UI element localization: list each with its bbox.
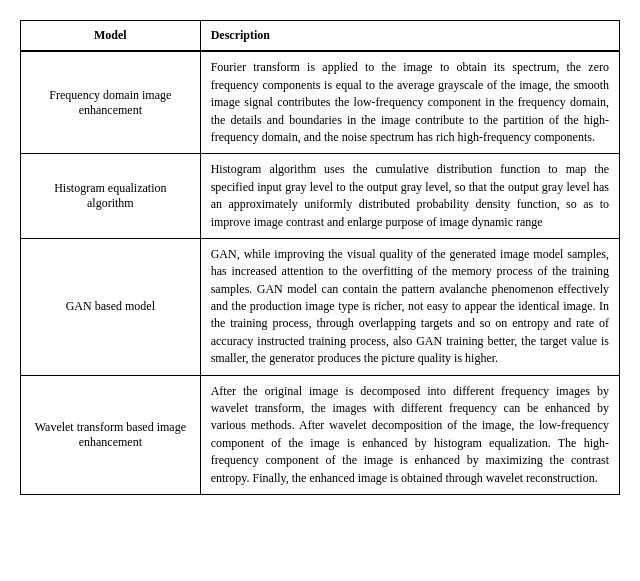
model-description-table: Model Description Frequency domain image… <box>20 20 620 495</box>
cell-model-1: Histogram equalization algorithm <box>21 154 201 239</box>
table-row: GAN based modelGAN, while improving the … <box>21 238 620 375</box>
cell-description-2: GAN, while improving the visual quality … <box>200 238 619 375</box>
cell-model-3: Wavelet transform based image enhancemen… <box>21 375 201 494</box>
table-row: Wavelet transform based image enhancemen… <box>21 375 620 494</box>
cell-model-0: Frequency domain image enhancement <box>21 51 201 153</box>
table-header-row: Model Description <box>21 21 620 52</box>
cell-description-3: After the original image is decomposed i… <box>200 375 619 494</box>
cell-model-2: GAN based model <box>21 238 201 375</box>
header-description: Description <box>200 21 619 52</box>
cell-description-1: Histogram algorithm uses the cumulative … <box>200 154 619 239</box>
cell-description-0: Fourier transform is applied to the imag… <box>200 51 619 153</box>
table-container: Model Description Frequency domain image… <box>20 20 620 495</box>
table-row: Frequency domain image enhancementFourie… <box>21 51 620 153</box>
table-row: Histogram equalization algorithmHistogra… <box>21 154 620 239</box>
header-model: Model <box>21 21 201 52</box>
